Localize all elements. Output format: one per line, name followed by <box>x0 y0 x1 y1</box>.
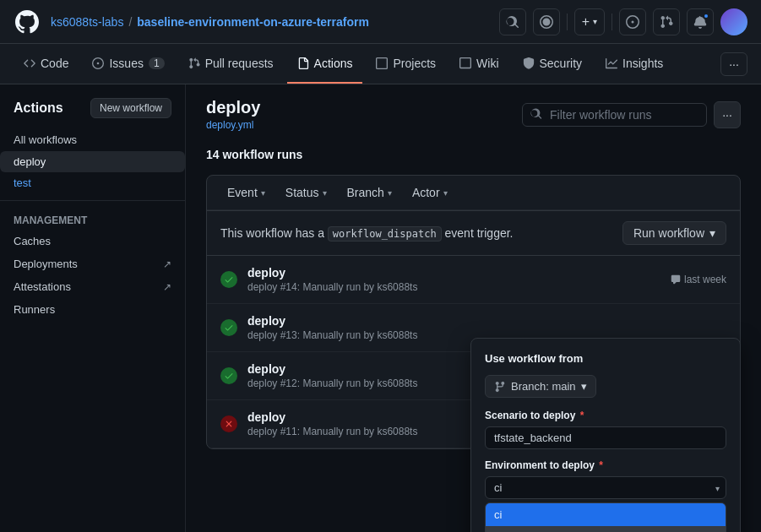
filter-actor-label: Actor <box>412 186 440 199</box>
tab-issues[interactable]: Issues 1 <box>82 44 174 84</box>
branch-chevron-icon: ▾ <box>581 380 587 393</box>
tab-wiki-label: Wiki <box>476 57 498 70</box>
run-detail: deploy #14: Manually run by ks6088ts <box>247 281 660 293</box>
filter-branch-chevron: ▾ <box>388 188 392 198</box>
nav-divider <box>567 14 568 30</box>
tab-projects-label: Projects <box>393 57 436 70</box>
tab-insights-label: Insights <box>622 57 663 70</box>
run-workflow-dropdown: Use workflow from Branch: main ▾ Scenari… <box>470 338 741 532</box>
tab-insights[interactable]: Insights <box>595 44 673 84</box>
attestations-label: Attestations <box>14 280 71 293</box>
dropdown-title: Use workflow from <box>485 352 726 365</box>
repo-breadcrumb: ks6088ts-labs / baseline-environment-on-… <box>51 15 369 29</box>
sidebar-actions-title: Actions <box>14 100 63 116</box>
pull-requests-icon-btn[interactable] <box>653 8 680 35</box>
plus-menu-btn[interactable]: + ▾ <box>574 8 605 35</box>
top-nav-icons: + ▾ <box>499 8 747 35</box>
sidebar-item-deploy[interactable]: deploy <box>0 151 185 172</box>
deployments-expand-icon: ↗ <box>163 258 171 270</box>
repo-name[interactable]: baseline-environment-on-azure-terraform <box>137 15 369 29</box>
plus-icon: + <box>582 14 590 30</box>
deployments-label: Deployments <box>14 258 78 270</box>
tab-pull-requests-label: Pull requests <box>205 57 274 70</box>
runs-count: 14 workflow runs <box>206 148 741 161</box>
tab-wiki[interactable]: Wiki <box>449 44 508 84</box>
sidebar-item-caches[interactable]: Caches <box>0 230 185 252</box>
avatar[interactable] <box>720 8 747 35</box>
filter-actor-btn[interactable]: Actor ▾ <box>405 182 454 203</box>
org-name[interactable]: ks6088ts-labs <box>51 15 123 29</box>
sidebar-divider <box>0 200 185 201</box>
notice-suffix: event trigger. <box>445 226 514 240</box>
table-row[interactable]: deploy deploy #14: Manually run by ks608… <box>207 256 740 304</box>
list-item[interactable]: ci <box>486 503 726 526</box>
workflow-file[interactable]: deploy.yml <box>206 119 260 131</box>
tab-actions[interactable]: Actions <box>287 44 363 84</box>
run-info: deploy deploy #14: Manually run by ks608… <box>247 266 660 293</box>
notification-badge <box>703 13 709 19</box>
workflow-notice-text: This workflow has a workflow_dispatch ev… <box>220 226 513 240</box>
run-workflow-btn[interactable]: Run workflow ▾ <box>622 221 726 245</box>
content-top-row: deploy deploy.yml ··· <box>206 98 741 141</box>
top-nav: ks6088ts-labs / baseline-environment-on-… <box>0 0 761 44</box>
filter-event-btn[interactable]: Event ▾ <box>220 182 272 203</box>
workflow-title: deploy <box>206 98 260 117</box>
notifications-icon-btn[interactable] <box>687 8 714 35</box>
run-status-icon-success <box>220 319 237 336</box>
environment-select[interactable]: ci tf <box>485 476 726 499</box>
search-toolbar: ··· <box>522 101 741 128</box>
environment-field-label: Environment to deploy * <box>485 459 726 471</box>
sidebar-item-runners[interactable]: Runners <box>0 298 185 321</box>
tab-pull-requests[interactable]: Pull requests <box>178 44 284 84</box>
scenario-required-mark: * <box>580 410 584 421</box>
run-name: deploy <box>247 266 660 280</box>
sidebar-item-test[interactable]: test <box>0 172 185 193</box>
new-workflow-btn[interactable]: New workflow <box>90 98 171 118</box>
environment-select-wrap: ci tf ▾ <box>485 476 726 499</box>
search-input-wrap <box>522 103 707 127</box>
filter-event-label: Event <box>227 186 258 199</box>
search-icon-btn[interactable] <box>499 8 526 35</box>
option-ci-label: ci <box>494 508 502 521</box>
list-item[interactable]: tf <box>486 526 726 532</box>
tab-security[interactable]: Security <box>513 44 593 84</box>
sidebar-all-workflows[interactable]: All workflows <box>0 128 185 151</box>
branch-select-btn[interactable]: Branch: main ▾ <box>485 375 596 398</box>
sidebar: Actions New workflow All workflows deplo… <box>0 84 186 532</box>
content-more-btn[interactable]: ··· <box>714 101 741 128</box>
notice-code: workflow_dispatch <box>328 226 442 242</box>
tab-code[interactable]: Code <box>14 44 79 84</box>
run-workflow-chevron-icon: ▾ <box>709 226 715 240</box>
tab-issues-label: Issues <box>109 57 143 70</box>
run-status-icon-fail <box>220 415 237 432</box>
github-logo-icon <box>14 8 41 35</box>
run-status-icon-success <box>220 367 237 384</box>
filter-status-chevron: ▾ <box>323 188 327 198</box>
runners-label: Runners <box>14 303 55 316</box>
filters-row: Event ▾ Status ▾ Branch ▾ Actor ▾ <box>207 176 740 210</box>
content-header: deploy deploy.yml <box>206 98 260 131</box>
issues-badge: 1 <box>149 57 165 69</box>
repo-nav: Code Issues 1 Pull requests Actions Proj… <box>0 44 761 84</box>
filter-branch-btn[interactable]: Branch ▾ <box>340 182 399 203</box>
copilot-icon-btn[interactable] <box>533 8 560 35</box>
run-workflow-label: Run workflow <box>633 226 704 240</box>
issues-icon-btn[interactable] <box>619 8 646 35</box>
scenario-field-label: Scenario to deploy * <box>485 410 726 421</box>
run-name: deploy <box>247 314 726 328</box>
scenario-input[interactable] <box>485 426 726 449</box>
run-time: last week <box>671 274 726 285</box>
sidebar-item-deployments[interactable]: Deployments ↗ <box>0 252 185 275</box>
attestations-expand-icon: ↗ <box>163 281 171 293</box>
environment-options-list: ci tf <box>485 502 726 532</box>
content: deploy deploy.yml ··· 14 workflow runs E… <box>186 84 761 532</box>
tab-projects[interactable]: Projects <box>366 44 446 84</box>
tab-security-label: Security <box>540 57 583 70</box>
sidebar-item-attestations[interactable]: Attestations ↗ <box>0 275 185 298</box>
sidebar-workflow-test-label: test <box>14 176 31 189</box>
all-workflows-label: All workflows <box>14 133 77 146</box>
search-input[interactable] <box>522 103 707 127</box>
more-nav-btn[interactable]: ··· <box>720 52 747 76</box>
filter-event-chevron: ▾ <box>261 188 265 198</box>
filter-status-btn[interactable]: Status ▾ <box>279 182 334 203</box>
